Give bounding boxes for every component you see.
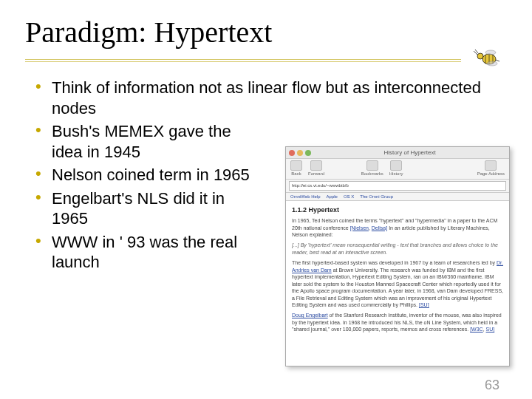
- citation-link: Delisa]: [372, 225, 387, 231]
- divider-line: [25, 59, 461, 62]
- page-content: 1.1.2 Hypertext In 1965, Ted Nelson coin…: [286, 201, 509, 340]
- favorite-link: OS X: [344, 194, 354, 199]
- favorites-bar: OmniWeb Help Apple OS X The Omni Group: [286, 193, 509, 201]
- citation-link: [Nielsen: [350, 225, 369, 231]
- back-button: Back: [290, 160, 302, 176]
- svg-point-1: [477, 53, 483, 59]
- favorite-link: OmniWeb Help: [290, 194, 321, 199]
- svg-point-2: [485, 50, 496, 55]
- bookmarks-icon: [366, 160, 378, 171]
- content-para: In 1965, Ted Nelson coined the terms "hy…: [292, 217, 503, 238]
- content-heading: 1.1.2 Hypertext: [292, 205, 503, 214]
- page-address-label: Page Address: [477, 160, 505, 176]
- minimize-icon: [297, 150, 303, 156]
- history-icon: [390, 160, 402, 171]
- bullet-item: Nelson coined term in 1965: [35, 163, 259, 187]
- citation-link: [SU]: [419, 302, 429, 307]
- citation-link: SU]: [486, 327, 495, 332]
- mascot-icon: [467, 47, 501, 69]
- page-number: 63: [485, 378, 499, 393]
- address-icon: [485, 160, 497, 171]
- window-title: History of Hypertext: [313, 149, 506, 156]
- bullet-item: Engelbart's NLS did it in 1965: [35, 187, 259, 231]
- title-divider: [25, 52, 532, 66]
- bookmarks-button: Bookmarks: [361, 160, 383, 176]
- favorite-link: The Omni Group: [360, 194, 393, 199]
- bullet-item: Bush's MEMEX gave the idea in 1945: [35, 120, 259, 163]
- browser-screenshot: History of Hypertext Back Forward Bookma…: [285, 146, 510, 366]
- window-titlebar: History of Hypertext: [286, 147, 509, 159]
- person-link: Doug Engelbart: [292, 313, 328, 318]
- bullet-item: WWW in ' 93 was the real launch: [35, 231, 259, 274]
- history-button: History: [389, 160, 403, 176]
- url-field: http://ei.cs.vt.edu/~wwwbtb/b: [289, 181, 506, 191]
- citation-link: [W3C: [470, 327, 483, 332]
- slide-title: Paradigm: Hypertext: [0, 0, 532, 50]
- forward-button: Forward: [308, 160, 324, 176]
- bullet-item: Think of information not as linear flow …: [35, 76, 501, 120]
- svg-point-3: [487, 61, 497, 66]
- forward-icon: [310, 160, 322, 171]
- content-para: Doug Engelbart of the Stanford Research …: [292, 312, 503, 332]
- close-icon: [289, 150, 295, 156]
- content-para: The first hypertext-based system was dev…: [292, 259, 503, 308]
- content-quote: [...] By 'hypertext' mean nonsequential …: [292, 242, 503, 256]
- address-bar: http://ei.cs.vt.edu/~wwwbtb/b: [286, 180, 509, 193]
- back-icon: [290, 160, 302, 171]
- favorite-link: Apple: [327, 194, 338, 199]
- zoom-icon: [305, 150, 311, 156]
- browser-toolbar: Back Forward Bookmarks History Page Addr…: [286, 159, 509, 180]
